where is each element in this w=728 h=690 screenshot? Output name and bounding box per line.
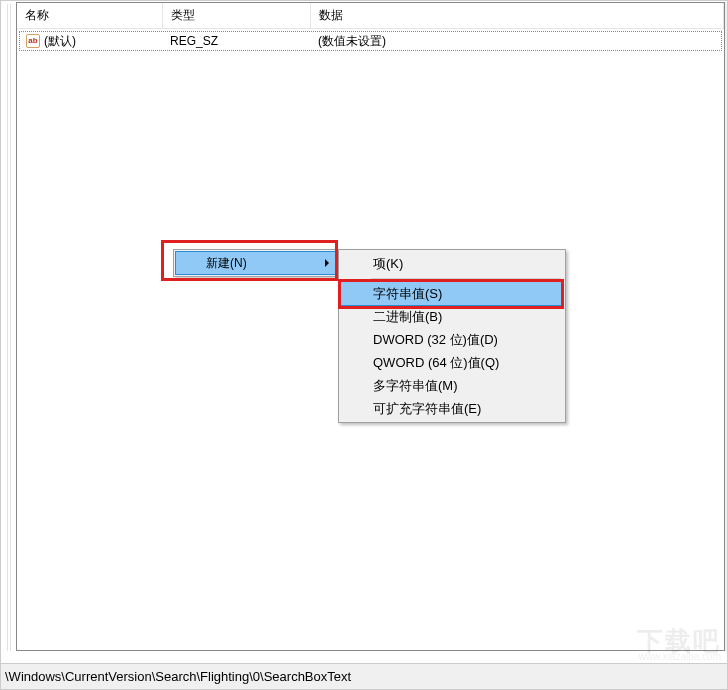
menu-item-label: 新建(N) xyxy=(206,255,247,272)
menu-item-label: DWORD (32 位)值(D) xyxy=(373,331,498,349)
menu-item-new[interactable]: 新建(N) xyxy=(175,251,336,275)
menu-item-multi-string-value[interactable]: 多字符串值(M) xyxy=(341,374,563,397)
cell-type: REG_SZ xyxy=(164,34,312,48)
status-path: \Windows\CurrentVersion\Search\Flighting… xyxy=(5,669,351,684)
column-header-name[interactable]: 名称 xyxy=(17,3,163,28)
menu-item-label: QWORD (64 位)值(Q) xyxy=(373,354,499,372)
list-header: 名称 类型 数据 xyxy=(17,3,724,29)
status-bar: \Windows\CurrentVersion\Search\Flighting… xyxy=(1,663,727,689)
vertical-scrollbar[interactable] xyxy=(725,2,727,652)
menu-item-expandable-string-value[interactable]: 可扩充字符串值(E) xyxy=(341,397,563,420)
column-header-type[interactable]: 类型 xyxy=(163,3,311,28)
menu-item-string-value[interactable]: 字符串值(S) xyxy=(340,281,564,306)
context-menu[interactable]: 新建(N) xyxy=(173,249,338,277)
menu-item-label: 二进制值(B) xyxy=(373,308,442,326)
menu-item-dword-value[interactable]: DWORD (32 位)值(D) xyxy=(341,328,563,351)
window-frame: 名称 类型 数据 ab (默认) REG_SZ (数值未设置) 新建(N) 项(… xyxy=(0,0,728,690)
cell-name: ab (默认) xyxy=(20,33,164,50)
cell-data: (数值未设置) xyxy=(312,33,721,50)
menu-item-label: 项(K) xyxy=(373,255,403,273)
watermark-url: www.xiazaiba.com xyxy=(639,651,721,662)
context-submenu-new[interactable]: 项(K) 字符串值(S) 二进制值(B) DWORD (32 位)值(D) QW… xyxy=(338,249,566,423)
menu-item-key[interactable]: 项(K) xyxy=(341,252,563,275)
splitter[interactable] xyxy=(7,4,11,651)
menu-separator xyxy=(371,278,561,279)
menu-item-label: 可扩充字符串值(E) xyxy=(373,400,481,418)
menu-item-binary-value[interactable]: 二进制值(B) xyxy=(341,305,563,328)
table-row[interactable]: ab (默认) REG_SZ (数值未设置) xyxy=(19,31,722,51)
menu-item-label: 字符串值(S) xyxy=(373,285,442,303)
menu-item-label: 多字符串值(M) xyxy=(373,377,458,395)
column-header-data[interactable]: 数据 xyxy=(311,3,724,28)
submenu-arrow-icon xyxy=(325,259,329,267)
value-name: (默认) xyxy=(44,33,76,50)
string-value-icon: ab xyxy=(26,34,40,48)
menu-item-qword-value[interactable]: QWORD (64 位)值(Q) xyxy=(341,351,563,374)
